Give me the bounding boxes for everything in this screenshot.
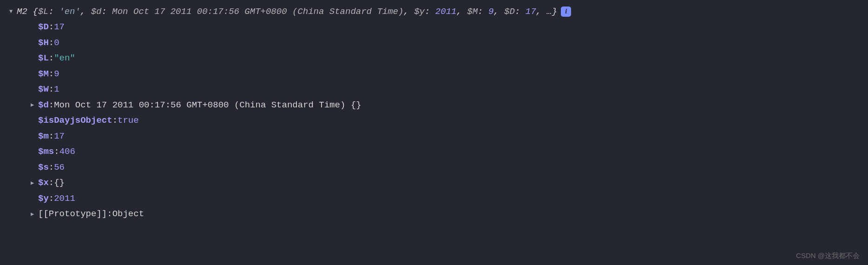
object-preview: {$L: 'en', $d: Mon Oct 17 2011 00:17:56 … <box>27 7 557 17</box>
property-row-y[interactable]: $y: 2011 <box>0 191 868 206</box>
property-key: $W <box>38 84 49 94</box>
property-key: $x <box>38 178 49 188</box>
property-value: 17 <box>54 22 65 32</box>
property-key: $D <box>38 22 49 32</box>
chevron-right-icon[interactable] <box>31 179 37 186</box>
object-header-row[interactable]: M2 {$L: 'en', $d: Mon Oct 17 2011 00:17:… <box>0 4 868 20</box>
object-braces: {} <box>351 100 362 110</box>
property-row-M[interactable]: $M: 9 <box>0 66 868 82</box>
property-key: $m <box>38 131 49 141</box>
property-key: $M <box>38 69 49 79</box>
class-name: M2 <box>17 7 27 17</box>
property-value: 0 <box>54 38 59 48</box>
property-value: true <box>118 115 139 126</box>
property-value: 56 <box>54 162 65 172</box>
property-row-L[interactable]: $L: "en" <box>0 51 868 66</box>
property-value: 9 <box>54 69 59 79</box>
property-row-x[interactable]: $x: {} <box>0 175 868 191</box>
property-row-m[interactable]: $m: 17 <box>0 128 868 144</box>
property-key: $isDayjsObject <box>38 115 112 126</box>
property-row-d[interactable]: $d: Mon Oct 17 2011 00:17:56 GMT+0800 (C… <box>0 97 868 113</box>
property-value: Object <box>112 209 144 219</box>
property-value: 17 <box>54 131 65 141</box>
property-value: "en" <box>54 53 75 63</box>
property-key: $s <box>38 162 49 172</box>
property-row-W[interactable]: $W: 1 <box>0 82 868 98</box>
property-row-D[interactable]: $D: 17 <box>0 20 868 35</box>
info-icon[interactable]: i <box>561 7 571 17</box>
property-key: $L <box>38 53 49 63</box>
property-row-ms[interactable]: $ms: 406 <box>0 144 868 160</box>
chevron-right-icon[interactable] <box>31 211 37 218</box>
property-row-H[interactable]: $H: 0 <box>0 35 868 51</box>
property-key: $H <box>38 38 49 48</box>
property-value: 406 <box>59 146 75 157</box>
property-value: {} <box>54 178 65 188</box>
chevron-right-icon[interactable] <box>31 101 37 108</box>
property-row-prototype[interactable]: [[Prototype]]: Object <box>0 206 868 222</box>
property-key: $ms <box>38 146 54 157</box>
property-row-isDayjsObject[interactable]: $isDayjsObject: true <box>0 113 868 129</box>
property-value: Mon Oct 17 2011 00:17:56 GMT+0800 (China… <box>54 100 345 110</box>
property-key: $y <box>38 193 49 204</box>
property-key: $d <box>38 100 49 110</box>
property-row-s[interactable]: $s: 56 <box>0 159 868 175</box>
property-key: [[Prototype]] <box>38 209 107 219</box>
chevron-down-icon[interactable] <box>9 8 16 15</box>
property-value: 2011 <box>54 193 75 204</box>
property-value: 1 <box>54 84 59 94</box>
watermark: CSDN @这我都不会 <box>796 252 860 260</box>
